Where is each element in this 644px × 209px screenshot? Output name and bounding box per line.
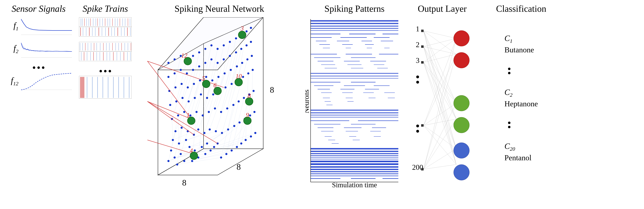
spike-dots [100, 70, 111, 72]
class-item-c2: C2 Heptanone [504, 88, 538, 108]
svg-text:9: 9 [246, 112, 249, 119]
svg-point-182 [168, 76, 170, 78]
snn-section: Spiking Neural Network 8 8 8 [140, 3, 298, 189]
signal-row-f12: f12 [5, 72, 72, 90]
svg-point-411 [416, 130, 419, 133]
spike-dot1 [100, 70, 102, 72]
class-dots-1 [504, 68, 538, 74]
svg-line-217 [181, 147, 237, 154]
class-c2-name: Heptanone [504, 99, 538, 108]
svg-point-211 [250, 27, 252, 29]
signal-row-f2: f2 [5, 40, 72, 58]
svg-text:12: 12 [181, 52, 188, 59]
svg-point-181 [251, 55, 253, 57]
patterns-diagram: Neurons Simulation time [305, 17, 404, 179]
signal-canvas-f2 [21, 40, 72, 58]
dot2 [38, 66, 40, 69]
svg-line-443 [424, 62, 456, 165]
svg-point-198 [174, 58, 176, 60]
class-c20-name: Pentanol [504, 153, 532, 162]
class-c2-row: C2 [504, 88, 512, 98]
svg-line-222 [179, 133, 204, 144]
dot3 [42, 66, 44, 69]
svg-marker-88 [158, 149, 263, 175]
svg-line-433 [424, 62, 456, 119]
svg-point-453 [454, 165, 470, 180]
class-c20-row: C20 [504, 142, 515, 152]
class-dot-a [508, 68, 510, 70]
svg-rect-417 [421, 168, 424, 171]
signal-label-f12: f12 [5, 76, 18, 87]
svg-text:5: 5 [202, 75, 205, 82]
svg-text:Neurons: Neurons [305, 90, 310, 113]
class-item-c1: C1 Butanone [504, 34, 538, 54]
sensor-signals-section: Sensor Signals f1 f2 [5, 3, 72, 95]
spike-plot-2 [79, 42, 132, 61]
svg-line-427 [424, 54, 456, 169]
svg-text:3: 3 [416, 56, 420, 64]
svg-text:10: 10 [236, 73, 242, 80]
svg-point-197 [168, 62, 170, 64]
sensor-dots [33, 66, 44, 69]
class-c1-label: C1 [504, 34, 512, 44]
svg-line-436 [424, 103, 456, 169]
signal-label-f1: f1 [5, 21, 18, 31]
svg-line-444 [424, 125, 456, 149]
svg-text:1: 1 [186, 112, 190, 119]
spike-plot-1 [79, 17, 132, 37]
svg-rect-413 [421, 30, 424, 32]
class-dot-b [508, 72, 510, 74]
svg-text:6: 6 [214, 82, 216, 89]
signal-canvas-f1 [21, 17, 72, 35]
svg-line-430 [424, 47, 456, 103]
svg-text:8: 8 [270, 85, 274, 94]
class-dots-2 [504, 122, 538, 128]
svg-point-410 [416, 125, 419, 127]
svg-line-438 [424, 31, 456, 149]
svg-text:2: 2 [416, 41, 420, 49]
svg-text:1: 1 [416, 25, 420, 33]
svg-line-281 [246, 73, 248, 140]
svg-point-289 [238, 31, 246, 39]
svg-line-288 [148, 140, 194, 154]
spike-dot3 [108, 70, 111, 72]
svg-line-428 [424, 31, 456, 103]
svg-line-229 [205, 140, 246, 154]
class-item-c20: C20 Pentanol [504, 142, 538, 162]
svg-line-422 [424, 38, 456, 62]
signal-canvas-f12 [21, 72, 72, 90]
snn-diagram: 8 8 8 [144, 17, 295, 189]
svg-line-246 [178, 70, 193, 115]
class-dot-c [508, 122, 510, 124]
svg-point-408 [416, 75, 419, 78]
svg-line-434 [424, 103, 456, 125]
snn-title: Spiking Neural Network [174, 3, 264, 14]
svg-rect-78 [80, 77, 84, 98]
svg-text:8: 8 [248, 92, 251, 99]
spike-dot2 [104, 70, 106, 72]
svg-line-241 [210, 70, 231, 129]
svg-line-272 [172, 119, 173, 140]
svg-rect-416 [421, 124, 424, 127]
svg-point-132 [233, 125, 235, 127]
classification-section: Classification C1 Butanone [477, 3, 565, 179]
svg-line-232 [207, 119, 245, 144]
svg-line-426 [424, 38, 456, 169]
svg-line-432 [424, 62, 456, 103]
svg-point-450 [454, 95, 470, 111]
spiking-patterns-title: Spiking Patterns [324, 3, 384, 14]
output-layer-title: Output Layer [418, 3, 467, 14]
svg-point-448 [454, 30, 470, 46]
main-container: Sensor Signals f1 f2 [0, 0, 644, 209]
svg-line-424 [424, 38, 456, 125]
class-c2-label: C2 [504, 88, 512, 98]
svg-point-184 [180, 69, 182, 71]
svg-point-168 [174, 86, 176, 88]
sensor-signals-title: Sensor Signals [12, 3, 66, 14]
svg-line-269 [181, 131, 188, 154]
svg-line-420 [424, 38, 456, 47]
svg-rect-415 [421, 61, 424, 64]
svg-line-418 [424, 31, 456, 38]
svg-line-275 [198, 115, 203, 158]
svg-text:8: 8 [236, 162, 241, 172]
